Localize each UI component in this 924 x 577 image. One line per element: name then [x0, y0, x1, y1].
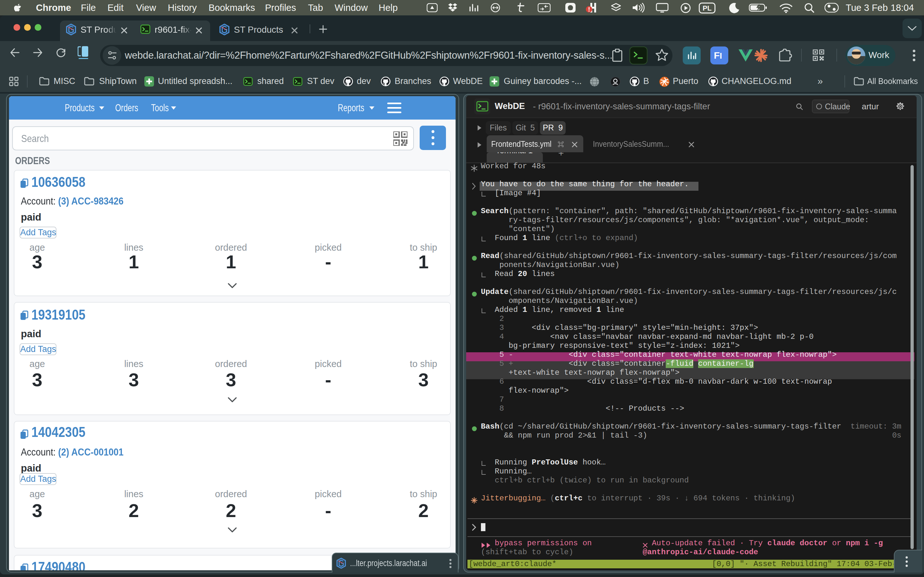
svg-text:PL: PL — [703, 4, 712, 12]
